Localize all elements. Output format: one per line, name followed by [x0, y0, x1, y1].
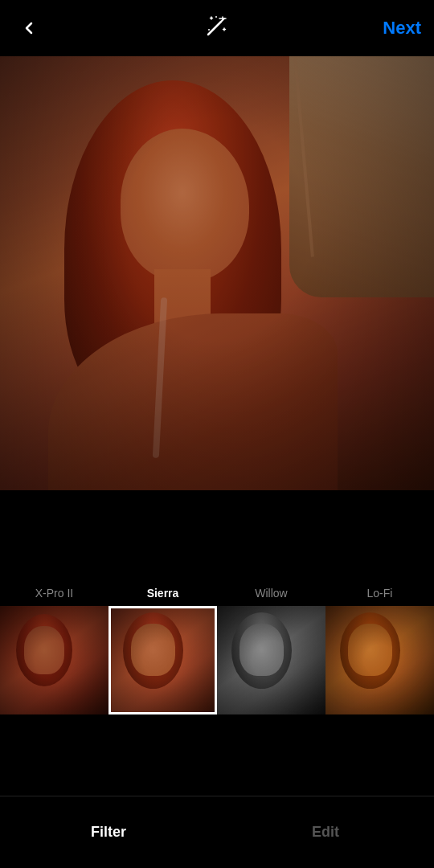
magic-wand-icon[interactable]: [205, 14, 229, 43]
next-button[interactable]: Next: [383, 18, 421, 39]
bottom-tabs: Filter Edit: [0, 796, 434, 868]
filter-strip: X-Pro II Sierra Willow Lo-Fi: [0, 587, 434, 714]
back-button[interactable]: [13, 12, 45, 44]
tab-edit[interactable]: Edit: [217, 824, 434, 841]
filter-label-willow[interactable]: Willow: [217, 587, 326, 600]
main-photo: [0, 56, 434, 490]
filter-thumb-lof[interactable]: [326, 606, 434, 714]
filter-label-sierra[interactable]: Sierra: [108, 587, 217, 600]
svg-point-1: [215, 16, 217, 18]
filter-thumbnails-row: [0, 606, 434, 714]
tab-filter[interactable]: Filter: [0, 824, 217, 841]
filter-thumb-sierra[interactable]: [108, 606, 217, 714]
top-header: Next: [0, 0, 434, 56]
filter-labels-row: X-Pro II Sierra Willow Lo-Fi: [0, 587, 434, 606]
filter-label-lof[interactable]: Lo-Fi: [326, 587, 434, 600]
filter-thumb-willow[interactable]: [217, 606, 326, 714]
spacer: [0, 490, 434, 587]
filter-thumb-xpro2[interactable]: [0, 606, 108, 714]
svg-point-0: [208, 29, 210, 31]
filter-label-xpro2[interactable]: X-Pro II: [0, 587, 108, 600]
